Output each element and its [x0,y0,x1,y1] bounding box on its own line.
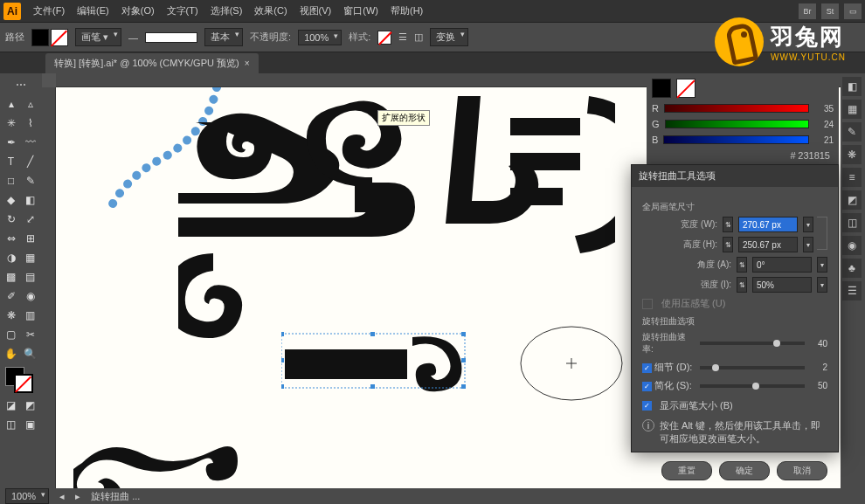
width-input[interactable] [738,217,798,232]
detail-slider[interactable] [700,366,805,369]
panel-transparency-icon[interactable]: ◫ [842,213,862,232]
selection-tool[interactable]: ▴ [2,94,20,113]
intensity-stepper[interactable]: ⇅ [737,277,747,293]
artboard-tool[interactable]: ▢ [2,325,20,343]
ok-button[interactable]: 确定 [719,461,770,480]
slider-g[interactable] [665,120,809,128]
stroke-color-icon[interactable] [14,374,33,393]
fill-swatch[interactable] [31,29,49,46]
width-stepper[interactable]: ⇅ [723,217,733,232]
stroke-swatch[interactable] [51,29,68,46]
scale-tool[interactable]: ⤢ [21,210,39,228]
arrange-button[interactable]: ▭ [844,3,862,19]
artboard-nav-prev[interactable]: ◂ [59,491,65,502]
hex-value[interactable]: 231815 [798,150,830,161]
direct-select-tool[interactable]: ▵ [21,94,39,113]
shape-icon[interactable]: ◫ [414,31,423,43]
brush-def-select[interactable]: 基本 [204,28,243,46]
link-wh-icon[interactable] [817,217,827,250]
rate-slider[interactable] [700,342,805,345]
brush-select[interactable]: 画笔 ▾ [75,28,121,46]
slider-r[interactable] [664,104,809,113]
style-swatch[interactable] [377,31,391,45]
stroke-preview[interactable] [145,32,197,43]
panel-stroke-icon[interactable]: ≡ [842,168,862,187]
panel-gradient-icon[interactable]: ◩ [842,190,862,210]
width-tool[interactable]: ⇔ [2,229,20,247]
ruler-vertical[interactable] [42,87,56,488]
opacity-select[interactable]: 100% [298,30,342,45]
fill-stroke-control[interactable] [2,367,40,395]
artwork-selected-bar[interactable] [281,332,482,393]
simplify-slider[interactable] [700,384,805,388]
perspective-tool[interactable]: ▦ [21,248,39,266]
intensity-dropdown[interactable]: ▾ [817,277,827,293]
menu-window[interactable]: 窗口(W) [338,1,384,21]
color-mode[interactable]: ◪ [2,396,20,414]
panel-layers-icon[interactable]: ☰ [842,281,862,300]
panel-brushes-icon[interactable]: ✎ [842,122,862,142]
transform-button[interactable]: 变换 [430,28,468,46]
panel-swatches-icon[interactable]: ▦ [842,100,862,119]
graph-tool[interactable]: ▥ [21,306,39,324]
magic-wand-tool[interactable]: ✳ [2,114,20,132]
menu-view[interactable]: 视图(V) [294,1,337,21]
width-dropdown[interactable]: ▾ [803,217,813,232]
artboard-nav-next[interactable]: ▸ [75,491,80,502]
detail-checkbox[interactable]: ✓ [642,363,652,373]
panel-graphic-styles-icon[interactable]: ♣ [842,259,862,278]
lasso-tool[interactable]: ⌇ [21,114,39,132]
menu-edit[interactable]: 编辑(E) [72,1,114,21]
panel-color-icon[interactable]: ◧ [842,77,862,96]
menu-object[interactable]: 对象(O) [116,1,160,21]
intensity-input[interactable] [752,277,812,293]
type-tool[interactable]: T [2,152,20,170]
color-stroke-swatch[interactable] [676,79,695,98]
mesh-tool[interactable]: ▩ [2,267,20,286]
menu-effect[interactable]: 效果(C) [249,1,292,21]
panel-symbols-icon[interactable]: ❋ [842,145,862,164]
menu-help[interactable]: 帮助(H) [385,1,428,21]
rect-tool[interactable]: □ [2,171,20,190]
showsize-checkbox[interactable]: ✓ [642,401,652,411]
reset-button[interactable]: 重置 [661,461,712,480]
tab-close-icon[interactable]: × [245,59,250,68]
menu-type[interactable]: 文字(T) [162,1,204,21]
free-transform-tool[interactable]: ⊞ [21,229,39,247]
blend-tool[interactable]: ◉ [21,287,39,305]
shaper-tool[interactable]: ◆ [2,190,20,209]
angle-stepper[interactable]: ⇅ [737,257,747,273]
height-dropdown[interactable]: ▾ [803,237,813,252]
symbol-tool[interactable]: ❋ [2,306,20,324]
menu-file[interactable]: 文件(F) [28,1,70,21]
draw-mode[interactable]: ◫ [2,415,20,433]
gradient-tool[interactable]: ▤ [21,267,39,286]
color-fill-swatch[interactable] [652,79,671,98]
eraser-tool[interactable]: ◧ [21,190,39,209]
height-stepper[interactable]: ⇅ [723,237,733,252]
menu-select[interactable]: 选择(S) [205,1,248,21]
cancel-button[interactable]: 取消 [777,461,827,480]
gradient-mode[interactable]: ◩ [21,396,39,414]
line-tool[interactable]: ╱ [21,152,39,170]
slider-b[interactable] [663,135,809,144]
toolbar-grip[interactable]: ⋯ [2,75,40,93]
bridge-button[interactable]: Br [799,3,816,19]
simplify-checkbox[interactable]: ✓ [642,382,652,391]
stock-button[interactable]: St [821,3,839,19]
eyedropper-tool[interactable]: ✐ [2,287,20,305]
angle-input[interactable] [752,257,812,273]
angle-dropdown[interactable]: ▾ [817,257,827,273]
rotate-tool[interactable]: ↻ [2,210,20,228]
screen-mode[interactable]: ▣ [21,415,39,433]
panel-appearance-icon[interactable]: ◉ [842,236,862,255]
document-tab[interactable]: 转换] [转换].ai* @ 100% (CMYK/GPU 预览) × [45,53,259,73]
curvature-tool[interactable]: 〰 [21,133,39,151]
pen-tool[interactable]: ✒ [2,133,20,151]
align-icon[interactable]: ☰ [398,31,407,43]
zoom-select[interactable]: 100% [5,488,49,504]
zoom-tool[interactable]: 🔍 [21,344,39,362]
shape-builder-tool[interactable]: ◑ [2,248,20,266]
hand-tool[interactable]: ✋ [2,344,20,362]
slice-tool[interactable]: ✂ [21,325,39,343]
